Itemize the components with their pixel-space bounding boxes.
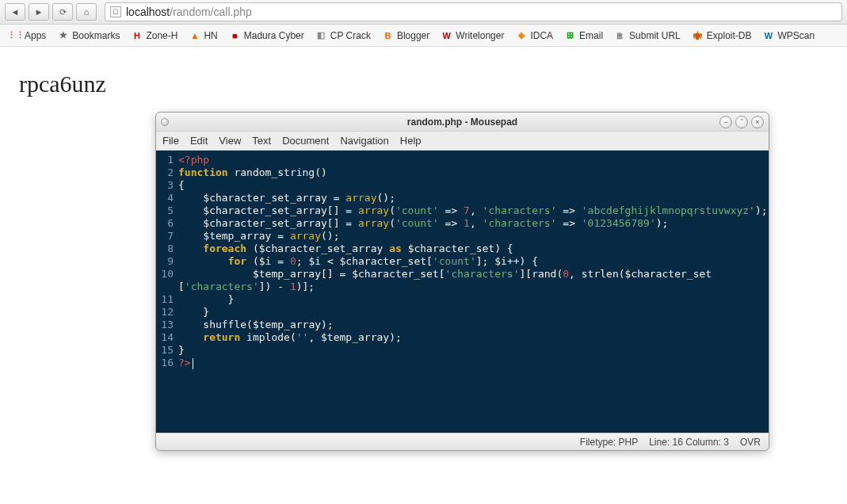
menu-file[interactable]: File — [162, 135, 179, 147]
minimize-button[interactable]: – — [719, 116, 732, 128]
code-text: $character_set_array[] = array('count' =… — [178, 204, 768, 217]
bookmark-exploit-db[interactable]: 🕷Exploit-DB — [689, 28, 755, 43]
menubar: FileEditViewTextDocumentNavigationHelp — [156, 132, 769, 151]
code-text: { — [178, 179, 185, 192]
code-text: shuffle($temp_array); — [178, 319, 334, 331]
close-button[interactable]: × — [751, 116, 764, 128]
bookmark-label: CP Crack — [330, 30, 371, 41]
bookmark-apps[interactable]: ⋮⋮Apps — [6, 28, 49, 43]
bookmark-label: Madura Cyber — [244, 30, 304, 41]
bookmark-icon: ▲ — [189, 29, 200, 41]
bookmark-icon: ★ — [57, 29, 69, 41]
browser-toolbar: ◄ ► ⟳ ⌂ 🗋 localhost/random/call.php — [0, 0, 847, 25]
bookmark-zone-h[interactable]: HZone-H — [128, 28, 181, 43]
bookmark-icon: ◧ — [315, 29, 327, 41]
bookmark-label: Writelonger — [456, 30, 504, 41]
code-line: 9 for ($i = 0; $i < $character_set['coun… — [156, 255, 769, 268]
code-text: foreach ($character_set_array as $charac… — [178, 242, 513, 255]
menu-view[interactable]: View — [219, 135, 241, 147]
code-line: 6 $character_set_array[] = array('count'… — [156, 217, 769, 230]
bookmark-idca[interactable]: ◈IDCA — [512, 28, 556, 43]
menu-help[interactable]: Help — [400, 135, 422, 147]
line-number: 16 — [156, 357, 178, 369]
bookmark-label: Blogger — [397, 30, 429, 41]
home-button[interactable]: ⌂ — [76, 3, 97, 21]
line-number: 15 — [156, 344, 178, 357]
menu-text[interactable]: Text — [252, 135, 271, 147]
filetype-label: Filetype: PHP — [580, 437, 638, 448]
bookmark-icon: W — [762, 29, 774, 41]
code-text: $character_set_array[] = array('count' =… — [178, 217, 668, 230]
line-number: 12 — [156, 306, 178, 319]
line-number: 9 — [156, 255, 178, 268]
code-line: 1<?php — [156, 154, 769, 166]
code-text: $temp_array = array(); — [178, 230, 340, 242]
code-line: 14 return implode('', $temp_array); — [156, 331, 769, 344]
page-icon: 🗋 — [110, 6, 121, 17]
line-number: 10 — [156, 268, 178, 281]
code-line: 11 } — [156, 293, 769, 306]
code-text: ?> — [178, 357, 193, 369]
forward-button[interactable]: ► — [29, 3, 49, 21]
titlebar[interactable]: random.php - Mousepad – ˄ × — [156, 113, 769, 132]
line-number: 11 — [156, 293, 178, 306]
code-area[interactable]: 1<?php2function random_string()3{4 $char… — [156, 151, 769, 433]
bookmark-wpscan[interactable]: WWPScan — [759, 28, 818, 43]
app-icon — [161, 118, 169, 126]
window-title: random.php - Mousepad — [156, 116, 769, 128]
code-text: <?php — [178, 154, 209, 166]
bookmark-cp-crack[interactable]: ◧CP Crack — [312, 28, 374, 43]
code-line: 4 $character_set_array = array(); — [156, 192, 769, 204]
bookmark-submit-url[interactable]: 🗎Submit URL — [611, 28, 684, 43]
overwrite-mode: OVR — [740, 437, 761, 448]
bookmark-label: Bookmarks — [72, 30, 120, 41]
code-line: 10 $temp_array[] = $character_set['chara… — [156, 268, 769, 281]
line-number: 6 — [156, 217, 178, 230]
code-line: 16?> — [156, 357, 769, 369]
line-number: 8 — [156, 242, 178, 255]
bookmark-label: Zone-H — [146, 30, 177, 41]
line-number — [156, 281, 178, 293]
code-line: 13 shuffle($temp_array); — [156, 319, 769, 331]
code-line: 12 } — [156, 306, 769, 319]
bookmark-label: Submit URL — [629, 30, 681, 41]
bookmark-blogger[interactable]: BBlogger — [379, 28, 433, 43]
bookmark-icon: 🗎 — [614, 29, 626, 41]
bookmark-label: WPScan — [777, 30, 815, 41]
maximize-button[interactable]: ˄ — [735, 116, 748, 128]
bookmark-icon: ◈ — [515, 29, 527, 41]
menu-navigation[interactable]: Navigation — [340, 135, 388, 147]
bookmark-bookmarks[interactable]: ★Bookmarks — [54, 28, 123, 43]
line-number: 13 — [156, 319, 178, 331]
code-line: 2function random_string() — [156, 166, 769, 179]
line-number: 1 — [156, 154, 178, 166]
menu-edit[interactable]: Edit — [190, 135, 208, 147]
code-text: function random_string() — [178, 166, 327, 179]
line-number: 4 — [156, 192, 178, 204]
code-line: ['characters']) - 1)]; — [156, 281, 769, 293]
reload-button[interactable]: ⟳ — [52, 3, 73, 21]
bookmark-icon: 🕷 — [692, 29, 704, 41]
statusbar: Filetype: PHP Line: 16 Column: 3 OVR — [156, 433, 769, 450]
menu-document[interactable]: Document — [282, 135, 329, 147]
cursor-position: Line: 16 Column: 3 — [649, 437, 729, 448]
bookmark-label: Email — [579, 30, 603, 41]
bookmark-icon: W — [441, 29, 452, 41]
bookmarks-bar: ⋮⋮Apps★BookmarksHZone-H▲HN■Madura Cyber◧… — [0, 25, 847, 47]
bookmark-icon: ⊞ — [564, 29, 576, 41]
code-line: 7 $temp_array = array(); — [156, 230, 769, 242]
code-text: } — [178, 306, 209, 319]
code-text: } — [178, 344, 185, 357]
bookmark-writelonger[interactable]: WWritelonger — [437, 28, 507, 43]
code-line: 3{ — [156, 179, 769, 192]
bookmark-hn[interactable]: ▲HN — [185, 28, 220, 43]
code-text: $character_set_array = array(); — [178, 192, 395, 204]
url-bar[interactable]: 🗋 localhost/random/call.php — [105, 2, 842, 21]
code-line: 8 foreach ($character_set_array as $char… — [156, 242, 769, 255]
bookmark-madura-cyber[interactable]: ■Madura Cyber — [226, 28, 307, 43]
code-text: ['characters']) - 1)]; — [178, 281, 315, 293]
page-output: rpca6unz — [0, 47, 847, 97]
back-button[interactable]: ◄ — [5, 3, 25, 21]
bookmark-email[interactable]: ⊞Email — [561, 28, 606, 43]
bookmark-icon: ■ — [229, 29, 241, 41]
